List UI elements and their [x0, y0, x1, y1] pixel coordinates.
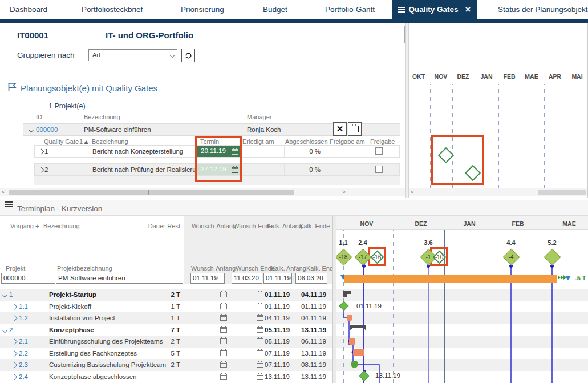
task-number[interactable]: 1.1	[19, 303, 28, 310]
expand-icon[interactable]	[12, 362, 18, 368]
col-header-bezeichnung[interactable]: Bezeichnung	[43, 223, 80, 229]
col-header-bezeichnung: Bezeichnung	[84, 114, 120, 120]
gate-termin-cell[interactable]: 20.11.19	[197, 146, 241, 157]
tab-budget[interactable]: Budget	[263, 0, 287, 19]
calendar-icon[interactable]	[257, 350, 263, 356]
scroll-left-icon[interactable]: <	[2, 188, 5, 196]
calendar-icon[interactable]	[220, 315, 227, 321]
task-number[interactable]: 2.2	[19, 350, 28, 357]
quality-gate-milestone-1[interactable]	[438, 147, 454, 163]
col-header-projektbezeichnung: Projektbezeichnung	[57, 265, 112, 272]
calendar-icon[interactable]	[220, 304, 227, 309]
tab-status-planungsobjekte[interactable]: Status der Planungsobjekte	[498, 0, 588, 19]
gate-row-1[interactable]: 1 Bericht nach Konzepterstellung 20.11.1…	[34, 145, 400, 158]
scroll-right-icon[interactable]: >	[342, 188, 346, 196]
diamond-delay-label: -16	[373, 254, 381, 260]
project-id[interactable]: 000000	[36, 126, 58, 133]
close-tab-icon[interactable]: ✕	[465, 5, 471, 14]
task-bar-2-2[interactable]	[353, 349, 364, 356]
kalk-anfang-field[interactable]: 01.11.19	[263, 273, 292, 284]
calendar-icon[interactable]	[257, 362, 263, 368]
freigabe-checkbox[interactable]	[375, 147, 383, 155]
calendar-button[interactable]	[348, 122, 362, 136]
expand-icon[interactable]	[12, 316, 18, 321]
col-header-freigabe-am[interactable]: Freigabe am	[330, 138, 365, 145]
hamburger-icon[interactable]	[398, 7, 405, 8]
freigabe-checkbox[interactable]	[375, 166, 383, 173]
delete-button[interactable]: ✕	[333, 122, 347, 136]
task-number[interactable]: 2.1	[19, 338, 28, 345]
tab-portfoliosteckbrief[interactable]: Portfoliosteckbrief	[82, 0, 143, 19]
task-number[interactable]: 1.2	[19, 315, 28, 321]
gate-row-2[interactable]: 2 Bericht nach Prüfung der Realisierung …	[34, 163, 400, 176]
task-bar-1-2[interactable]	[347, 315, 352, 321]
tab-quality-gates-label: Quality Gates	[405, 5, 461, 14]
col-header-wunsch-anfang[interactable]: Wunsch-Anfang	[192, 223, 236, 229]
calendar-icon[interactable]	[220, 327, 227, 333]
col-header-freigabe[interactable]: Freigabe	[370, 138, 395, 145]
project-name-field[interactable]: PM-Software einführen	[56, 273, 183, 284]
refresh-button[interactable]	[181, 49, 195, 62]
calendar-icon[interactable]	[257, 304, 263, 309]
calendar-icon[interactable]	[220, 338, 227, 344]
task-number[interactable]: 1	[9, 291, 13, 298]
menu-icon[interactable]	[5, 201, 13, 203]
calendar-icon[interactable]	[257, 292, 263, 297]
calendar-icon[interactable]	[220, 350, 227, 356]
calendar-icon[interactable]	[257, 338, 263, 344]
tab-dashboard[interactable]: Dashboard	[10, 0, 47, 19]
tab-priorisierung[interactable]: Priorisierung	[181, 0, 224, 19]
gate-termin-cell[interactable]: 27.12.19	[197, 164, 241, 175]
calendar-icon[interactable]	[220, 292, 227, 297]
calendar-icon[interactable]	[220, 362, 227, 368]
add-column-icon[interactable]: +	[35, 223, 39, 229]
sort-indicator[interactable]: 1	[79, 138, 88, 145]
task-number[interactable]: 2.3	[19, 361, 28, 368]
expand-icon[interactable]	[12, 374, 18, 380]
expand-icon[interactable]	[39, 149, 44, 155]
calendar-icon[interactable]	[257, 374, 263, 380]
task-bar-2-1[interactable]	[349, 338, 355, 345]
col-header-gate-bezeichnung[interactable]: Bezeichnung	[92, 138, 128, 145]
calendar-icon[interactable]	[220, 374, 227, 380]
collapse-icon[interactable]	[29, 127, 34, 133]
calendar-icon[interactable]	[232, 149, 238, 155]
table-gantt-splitter[interactable]	[332, 216, 336, 383]
project-summary-bar[interactable]	[344, 275, 557, 283]
group-by-select[interactable]: Art	[88, 49, 177, 61]
tab-portfolio-gantt[interactable]: Portfolio-Gantt	[325, 0, 375, 19]
month-label: FEB	[504, 73, 516, 80]
col-header-erledigt-am[interactable]: Erledigt am	[242, 138, 274, 145]
horizontal-scrollbar[interactable]: <	[409, 188, 587, 196]
task-number[interactable]: 2	[9, 326, 13, 333]
tab-quality-gates[interactable]: Quality Gates ✕	[392, 0, 477, 19]
wunsch-ende-field[interactable]: 11.03.20	[232, 273, 262, 284]
col-header-termin[interactable]: Termin	[200, 138, 219, 145]
col-header-abgeschlossen[interactable]: Abgeschlossen	[285, 138, 327, 145]
kalk-ende-field[interactable]: 06.03.20	[295, 273, 327, 284]
project-manager: Ronja Koch	[247, 126, 281, 133]
expand-icon[interactable]	[2, 292, 8, 298]
calendar-icon[interactable]	[232, 167, 238, 173]
calendar-icon[interactable]	[257, 327, 263, 333]
project-id-field[interactable]: 000000	[1, 273, 55, 284]
calendar-icon[interactable]	[257, 315, 263, 321]
horizontal-scrollbar[interactable]: < >	[0, 188, 405, 196]
col-header-kalk-ende[interactable]: Kalk. Ende	[299, 223, 330, 229]
expand-icon[interactable]	[12, 304, 18, 309]
expand-icon[interactable]	[12, 350, 18, 356]
scroll-left-icon[interactable]: <	[411, 188, 414, 196]
wunsch-anfang-field[interactable]: 01.11.19	[190, 273, 225, 284]
task-bar-2-3[interactable]	[351, 361, 358, 368]
col-header-quality-gate[interactable]: Quality Gate	[44, 138, 79, 145]
expand-icon[interactable]	[2, 327, 8, 333]
expand-icon[interactable]	[39, 167, 44, 173]
col-header-vorgang[interactable]: Vorgang	[10, 223, 34, 229]
expand-icon[interactable]	[12, 339, 18, 345]
task-number[interactable]: 2.4	[19, 373, 28, 380]
quality-gate-milestone-2[interactable]	[465, 165, 481, 181]
scrollbar-grip[interactable]	[148, 190, 153, 195]
col-header-dauer-rest[interactable]: Dauer-Rest	[137, 223, 180, 229]
kalk-anfang-value: 01.11.19	[265, 291, 290, 298]
col-header-kalk-anfang[interactable]: Kalk. Anfang	[267, 223, 302, 229]
